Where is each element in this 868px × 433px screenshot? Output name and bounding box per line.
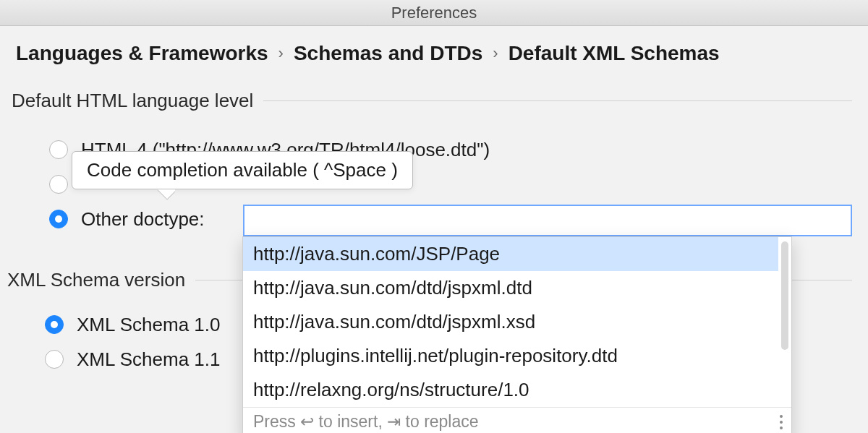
tooltip-text: Code completion available ( ^Space ) <box>87 159 398 181</box>
window-title: Preferences <box>0 0 868 26</box>
autocomplete-list: http://java.sun.com/JSP/Page http://java… <box>243 237 791 407</box>
radio-icon[interactable] <box>49 175 68 194</box>
html-level-title: Default HTML language level <box>12 90 253 112</box>
autocomplete-hint: Press ↩ to insert, ⇥ to replace <box>253 412 479 432</box>
radio-xml-schema-10-label: XML Schema 1.0 <box>77 314 220 336</box>
tooltip-tail-icon <box>158 189 175 200</box>
other-doctype-input[interactable] <box>243 205 852 236</box>
autocomplete-item[interactable]: http://relaxng.org/ns/structure/1.0 <box>243 373 778 407</box>
html-level-section-header: Default HTML language level <box>12 90 852 112</box>
autocomplete-popup: http://java.sun.com/JSP/Page http://java… <box>242 236 792 433</box>
breadcrumb-item-schemas[interactable]: Schemas and DTDs <box>294 42 482 65</box>
radio-icon[interactable] <box>45 315 64 334</box>
autocomplete-item[interactable]: http://java.sun.com/dtd/jspxml.dtd <box>243 271 778 305</box>
autocomplete-item[interactable]: http://java.sun.com/JSP/Page <box>243 237 778 271</box>
radio-xml-schema-11-label: XML Schema 1.1 <box>77 348 220 371</box>
chevron-right-icon: › <box>278 44 284 63</box>
breadcrumb-item-default-xml[interactable]: Default XML Schemas <box>509 42 720 65</box>
xml-schema-title: XML Schema version <box>7 269 185 291</box>
scrollbar[interactable] <box>781 241 788 350</box>
chevron-right-icon: › <box>493 44 498 63</box>
autocomplete-footer: Press ↩ to insert, ⇥ to replace <box>243 407 791 433</box>
divider <box>263 100 852 101</box>
breadcrumb: Languages & Frameworks › Schemas and DTD… <box>16 42 852 65</box>
radio-icon[interactable] <box>49 210 68 228</box>
breadcrumb-item-languages[interactable]: Languages & Frameworks <box>16 42 268 65</box>
autocomplete-item[interactable]: http://java.sun.com/dtd/jspxml.xsd <box>243 305 778 339</box>
radio-icon[interactable] <box>49 140 68 159</box>
radio-other-label: Other doctype: <box>81 208 205 231</box>
tooltip-code-completion: Code completion available ( ^Space ) <box>72 151 413 189</box>
autocomplete-item[interactable]: http://plugins.intellij.net/plugin-repos… <box>243 339 778 373</box>
radio-icon[interactable] <box>45 350 64 369</box>
more-icon[interactable] <box>780 415 783 429</box>
